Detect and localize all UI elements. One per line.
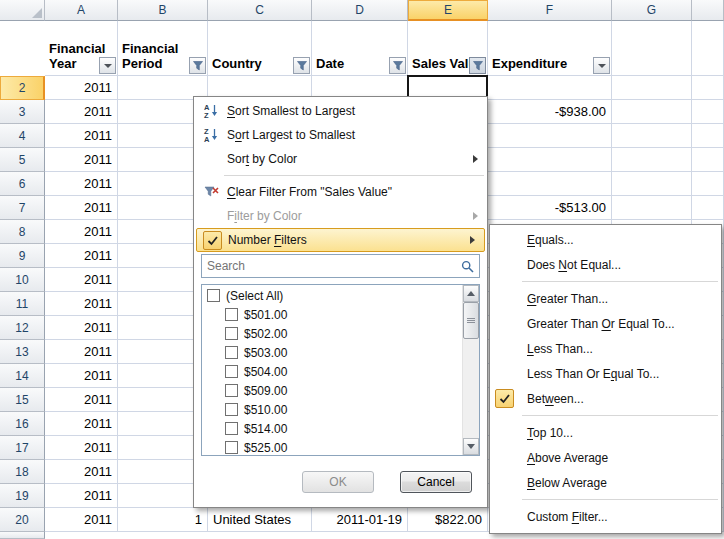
search-input[interactable] <box>202 259 455 273</box>
row-header-14[interactable]: 14 <box>0 364 45 388</box>
filter-value-item-501-00[interactable]: $501.00 <box>202 305 462 324</box>
submenu-item-custom-filter[interactable]: Custom Filter... <box>490 504 721 529</box>
filter-value-item-510-00[interactable]: $510.00 <box>202 400 462 419</box>
submenu-item-greater-than-or-equal-to[interactable]: Greater Than Or Equal To... <box>490 311 721 336</box>
submenu-item-does-not-equal[interactable]: Does Not Equal... <box>490 252 721 277</box>
cell-partial-5[interactable] <box>692 148 724 172</box>
filter-button-D[interactable] <box>389 57 406 74</box>
cell-D20[interactable]: 2011-01-19 <box>312 508 408 532</box>
header-cell-C1[interactable]: Country <box>208 21 312 76</box>
row-header-12[interactable]: 12 <box>0 316 45 340</box>
cancel-button[interactable]: Cancel <box>400 471 472 493</box>
cell-C20[interactable]: United States <box>208 508 312 532</box>
row-header-20[interactable]: 20 <box>0 508 45 532</box>
header-cell-D1[interactable]: Date <box>312 21 408 76</box>
column-header-D[interactable]: D <box>312 0 408 21</box>
scrollbar[interactable] <box>462 285 479 455</box>
row-header-5[interactable]: 5 <box>0 148 45 172</box>
cell-partial-4[interactable] <box>692 124 724 148</box>
column-header-B[interactable]: B <box>118 0 208 21</box>
row-header-4[interactable]: 4 <box>0 124 45 148</box>
cell-A2[interactable]: 2011 <box>45 76 118 100</box>
checkbox-unchecked[interactable] <box>225 327 238 340</box>
filter-value-item-503-00[interactable]: $503.00 <box>202 343 462 362</box>
cell-partial-7[interactable] <box>692 196 724 220</box>
filter-button-C[interactable] <box>293 57 310 74</box>
cell-A7[interactable]: 2011 <box>45 196 118 220</box>
checkbox-unchecked[interactable] <box>225 384 238 397</box>
submenu-item-greater-than[interactable]: Greater Than... <box>490 286 721 311</box>
row-header-11[interactable]: 11 <box>0 292 45 316</box>
submenu-item-between[interactable]: Between... <box>490 386 721 411</box>
cell-G7[interactable] <box>612 196 692 220</box>
cell-G4[interactable] <box>612 124 692 148</box>
header-cell-partial[interactable] <box>692 21 724 76</box>
scroll-down-button[interactable] <box>463 438 479 455</box>
checkbox-unchecked[interactable] <box>225 308 238 321</box>
row-header-15[interactable]: 15 <box>0 388 45 412</box>
row-header-18[interactable]: 18 <box>0 460 45 484</box>
row-header-3[interactable]: 3 <box>0 100 45 124</box>
cell-A10[interactable]: 2011 <box>45 268 118 292</box>
cell-A19[interactable]: 2011 <box>45 484 118 508</box>
cell-A12[interactable]: 2011 <box>45 316 118 340</box>
cell-G6[interactable] <box>612 172 692 196</box>
filter-button-F[interactable] <box>593 57 610 74</box>
submenu-item-less-than-or-equal-to[interactable]: Less Than Or Equal To... <box>490 361 721 386</box>
row-header-10[interactable]: 10 <box>0 268 45 292</box>
cell-A16[interactable]: 2011 <box>45 412 118 436</box>
row-header-6[interactable]: 6 <box>0 172 45 196</box>
row-header-13[interactable]: 13 <box>0 340 45 364</box>
cell-A9[interactable]: 2011 <box>45 244 118 268</box>
menu-item-sort-by-color[interactable]: Sort by Color <box>194 147 487 171</box>
cell-B20[interactable]: 1 <box>118 508 208 532</box>
header-cell-F1[interactable]: Expenditure <box>488 21 612 76</box>
row-header-9[interactable]: 9 <box>0 244 45 268</box>
menu-item-number-filters[interactable]: Number Filters <box>196 228 485 252</box>
column-header-E[interactable]: E <box>408 0 488 21</box>
column-header-C[interactable]: C <box>208 0 312 21</box>
cell-F6[interactable] <box>488 172 612 196</box>
cell-F3[interactable]: -$938.00 <box>488 100 612 124</box>
cell-partial-2[interactable] <box>692 76 724 100</box>
row-header-19[interactable]: 19 <box>0 484 45 508</box>
cell-partial-3[interactable] <box>692 100 724 124</box>
row-header-2[interactable]: 2 <box>0 76 45 100</box>
cell-A15[interactable]: 2011 <box>45 388 118 412</box>
cell-F2[interactable] <box>488 76 612 100</box>
checkbox-unchecked[interactable] <box>225 422 238 435</box>
cell-A8[interactable]: 2011 <box>45 220 118 244</box>
cell-A14[interactable]: 2011 <box>45 364 118 388</box>
header-cell-G1[interactable] <box>612 21 692 76</box>
filter-value-item-select-all[interactable]: (Select All) <box>202 286 462 305</box>
checkbox-unchecked[interactable] <box>225 441 238 454</box>
header-cell-E1[interactable]: Sales Value <box>408 21 488 76</box>
checkbox-unchecked[interactable] <box>225 403 238 416</box>
header-cell-A1[interactable]: Financial Year <box>45 21 118 76</box>
header-cell-B1[interactable]: Financial Period <box>118 21 208 76</box>
cell-A13[interactable]: 2011 <box>45 340 118 364</box>
cell-G2[interactable] <box>612 76 692 100</box>
row-header-16[interactable]: 16 <box>0 412 45 436</box>
cell-E20[interactable]: $822.00 <box>408 508 488 532</box>
row-header-8[interactable]: 8 <box>0 220 45 244</box>
column-header-G[interactable]: G <box>612 0 692 21</box>
checkbox-unchecked[interactable] <box>225 365 238 378</box>
row-header-7[interactable]: 7 <box>0 196 45 220</box>
cell-F7[interactable]: -$513.00 <box>488 196 612 220</box>
filter-value-item-525-00[interactable]: $525.00 <box>202 438 462 455</box>
scroll-thumb[interactable] <box>463 302 479 339</box>
cell-F5[interactable] <box>488 148 612 172</box>
cell-A18[interactable]: 2011 <box>45 460 118 484</box>
column-header-F[interactable]: F <box>488 0 612 21</box>
cell-A17[interactable]: 2011 <box>45 436 118 460</box>
menu-item-clear-filter-from-sales-value[interactable]: Clear Filter From "Sales Value" <box>194 180 487 204</box>
select-all-corner[interactable] <box>0 0 45 21</box>
filter-button-B[interactable] <box>189 57 206 74</box>
menu-item-sort-largest-to-smallest[interactable]: ZASort Largest to Smallest <box>194 123 487 147</box>
submenu-item-above-average[interactable]: Above Average <box>490 445 721 470</box>
filter-value-item-504-00[interactable]: $504.00 <box>202 362 462 381</box>
row-header-17[interactable]: 17 <box>0 436 45 460</box>
submenu-item-top-10[interactable]: Top 10... <box>490 420 721 445</box>
cell-A6[interactable]: 2011 <box>45 172 118 196</box>
